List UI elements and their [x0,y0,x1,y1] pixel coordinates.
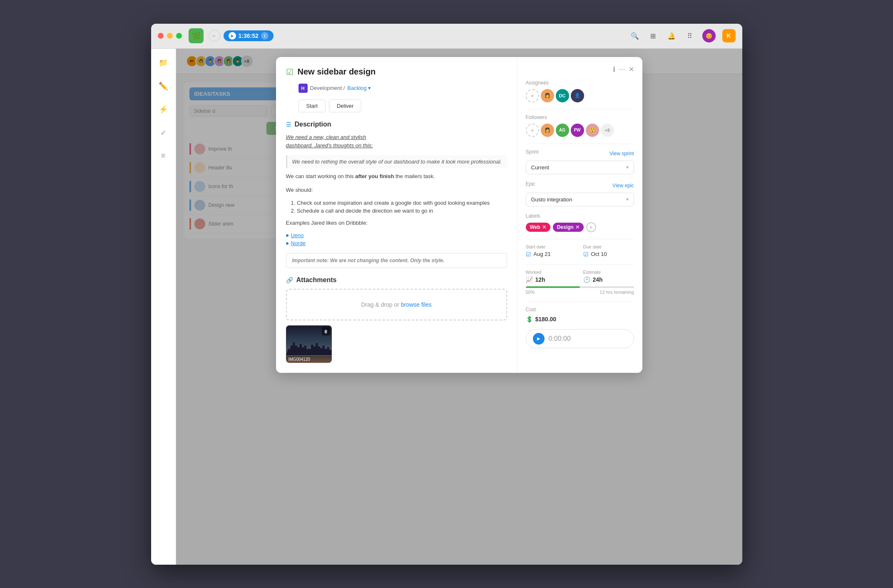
breadcrumb: H Development / Backlog ▾ [286,84,507,93]
modal-body: ☑ New sidebar design H Development / [276,57,642,373]
example-link-norde[interactable]: Norde [286,240,507,246]
close-button[interactable] [158,33,164,39]
breadcrumb-link[interactable]: Backlog ▾ [347,85,371,91]
sprint-label: Sprint [526,149,539,155]
timer-display: 0:00:00 [549,335,571,342]
desc-list-1: 1. Check out some inspiration and create… [286,200,507,206]
sprint-row: Sprint View sprint [526,149,634,158]
browse-files-link[interactable]: browse files [401,301,432,308]
drop-zone[interactable]: Drag & drop or browse files [286,289,507,320]
timer-badge[interactable]: ▶ 1:36:52 i [224,30,274,41]
sidebar-icon-folder[interactable]: 📁 [156,55,171,70]
minimize-button[interactable] [167,33,173,39]
note-block: Important note: We are not changing the … [286,253,507,268]
modal-title-row: ☑ New sidebar design [286,67,507,77]
sprint-dropdown[interactable]: Current ▾ [526,161,634,174]
add-label-button[interactable]: + [586,222,596,232]
start-button[interactable]: Start [298,99,326,112]
columns-icon[interactable]: ⊞ [647,30,659,42]
cost-label: Cost [526,307,634,313]
chart-icon: 📈 [526,276,533,283]
due-date: Due date ☑ Oct 10 [583,244,634,258]
app-logo: 🌿 [189,28,204,43]
remove-design-label[interactable]: ✕ [575,224,580,230]
view-sprint-link[interactable]: View sprint [609,151,634,156]
label-design: Design ✕ [553,223,584,232]
timer-play-icon: ▶ [229,32,236,40]
task-modal: ☑ New sidebar design H Development / [276,57,642,373]
example-dot-2 [286,242,289,245]
start-date: Start date ☑ Aug 21 [526,244,577,258]
followers-label: Followers [526,114,634,120]
action-buttons: Start Deliver [286,99,507,112]
estimate-value: 🕐 24h [583,276,634,283]
attachment-thumbnail: IMG004120 🗑 [286,325,332,363]
labels-label: Labels [526,213,634,219]
left-sidebar: 📁 ✏️ ⚡ ✓ ≡ [151,49,176,565]
epic-row: Epic View epic [526,181,634,190]
view-epic-link[interactable]: View epic [612,183,634,189]
start-date-value: ☑ Aug 21 [526,251,577,258]
assignees-label: Assignees [526,80,634,86]
sidebar-icon-pen[interactable]: ✏️ [156,79,171,94]
delete-attachment-button[interactable]: 🗑 [322,327,330,335]
timer-bar: ▶ 0:00:00 [526,329,634,348]
user-avatar[interactable]: 😊 [702,29,716,42]
add-assignee-button[interactable]: + [526,89,539,102]
example-dot-1 [286,234,289,237]
mac-window: 🌿 ← ▶ 1:36:52 i 🔍 ⊞ 🔔 ⠿ 😊 K 📁 ✏️ ⚡ ✓ ≡ [151,24,742,565]
deliver-button[interactable]: Deliver [329,99,361,112]
bell-icon[interactable]: 🔔 [666,30,677,42]
follower-avatar-4: 😲 [586,124,599,137]
user-k-avatar[interactable]: K [722,29,736,42]
modal-overlay: ☑ New sidebar design H Development / [176,49,742,565]
assignee-avatar-3: 👤 [571,89,584,102]
sidebar-icon-lightning[interactable]: ⚡ [156,102,171,117]
desc-line-4: We should: [286,186,507,195]
progress-bar [526,286,634,288]
close-icon[interactable]: ✕ [629,65,634,73]
add-follower-button[interactable]: + [526,124,539,137]
divider-4 [526,264,634,265]
attachments-section: 🔗 Attachments Drag & drop or browse file… [286,276,507,363]
search-icon[interactable]: 🔍 [629,30,641,42]
progress-fill [526,286,580,288]
cost-value: $180.00 [535,316,557,323]
info-icon[interactable]: ℹ [613,65,615,73]
timer-start-button[interactable]: ▶ [533,333,545,345]
assignee-avatar-2: DC [556,89,569,102]
estimate-label: Estimate [583,270,634,275]
labels-row: Web ✕ Design ✕ + [526,222,634,232]
estimate-item: Estimate 🕐 24h [583,270,634,283]
start-date-check-icon: ☑ [526,251,531,258]
quote-block: We need to rething the overall style of … [286,155,507,168]
timer-info-icon[interactable]: i [261,32,269,40]
due-date-label: Due date [583,244,634,249]
modal-right-header: ℹ ⋯ ✕ [526,65,634,73]
labels-section: Labels Web ✕ Design ✕ [526,213,634,232]
epic-dropdown[interactable]: Gusto integration ▾ [526,193,634,206]
due-date-check-icon: ☑ [583,251,589,258]
assignee-row: + 👩 DC 👤 [526,89,634,102]
title-bar: 🌿 ← ▶ 1:36:52 i 🔍 ⊞ 🔔 ⠿ 😊 K [151,24,742,49]
maximize-button[interactable] [176,33,182,39]
example-link-ueno[interactable]: Ueno [286,232,507,238]
back-button[interactable]: ← [209,30,220,42]
timer-value: 1:36:52 [239,32,259,39]
worked-row: Worked 📈 12h Estimate [526,270,634,283]
more-icon[interactable]: ⋯ [619,65,625,73]
desc-line-1: We need a new, clean and stylish dashboa… [286,133,507,151]
grid-icon[interactable]: ⠿ [684,30,696,42]
remove-web-label[interactable]: ✕ [542,224,546,230]
attach-icon: 🔗 [286,277,293,283]
city-buildings [286,339,332,355]
traffic-lights [158,33,182,39]
sidebar-icon-menu[interactable]: ≡ [156,149,171,164]
date-row: Start date ☑ Aug 21 Due date [526,244,634,258]
worked-value: 📈 12h [526,276,577,283]
followers-plus: +8 [601,124,614,137]
epic-section: Epic View epic Gusto integration ▾ [526,181,634,206]
worked-section: Worked 📈 12h Estimate [526,270,634,295]
sidebar-icon-check[interactable]: ✓ [156,125,171,140]
image-name-overlay: IMG004120 [286,356,332,363]
